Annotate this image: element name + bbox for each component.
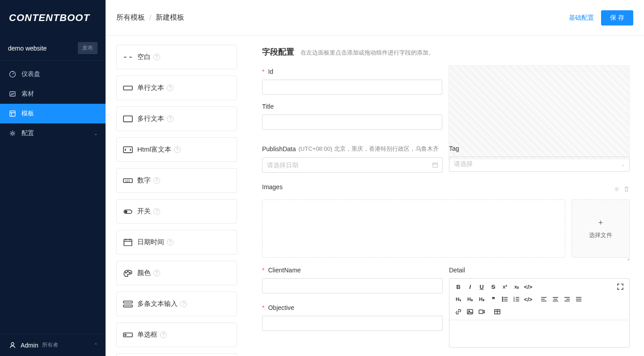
section-title: 字段配置: [262, 47, 294, 57]
comp-switch[interactable]: 开关 ?: [116, 199, 237, 224]
id-input[interactable]: [262, 80, 442, 95]
section-header: 字段配置 在左边面板里点击添加或拖动组件进行字段的添加。: [262, 47, 630, 57]
publishdata-input[interactable]: [262, 157, 443, 173]
basic-config-link[interactable]: 基础配置: [569, 14, 594, 22]
chevron-up-icon: ⌃: [94, 343, 97, 348]
nav-dashboard[interactable]: 仪表盘: [0, 64, 106, 84]
template-icon: [9, 110, 16, 117]
comp-label: 开关: [137, 207, 151, 216]
single-text-icon: [123, 84, 133, 92]
help-icon[interactable]: ?: [174, 146, 181, 153]
help-icon[interactable]: ?: [153, 208, 160, 215]
logo: CONTENTBOOT: [0, 0, 106, 36]
field-detail: Detail B I U S x² x₂ </>: [449, 267, 630, 348]
calendar-icon: [432, 162, 438, 168]
bold-button[interactable]: B: [453, 281, 464, 292]
comp-number[interactable]: 123 数字 ?: [116, 168, 237, 193]
nav-material[interactable]: 素材: [0, 84, 106, 104]
svg-point-3: [12, 132, 13, 134]
comp-radio[interactable]: 单选框 ?: [116, 322, 237, 347]
field-label-publishdata: PublishData (UTC+08:00) 北京，重庆，香港特别行政区，乌鲁…: [262, 145, 443, 153]
resize-handle-icon[interactable]: ⌟: [627, 255, 630, 261]
link-button[interactable]: [453, 306, 464, 317]
blank-icon: [123, 53, 133, 61]
h2-button[interactable]: H₂: [465, 294, 475, 305]
fullscreen-button[interactable]: [615, 281, 626, 292]
editor-body[interactable]: [449, 320, 629, 347]
comp-label: 单选框: [137, 331, 157, 339]
align-left-button[interactable]: [538, 294, 549, 305]
svg-point-15: [129, 272, 130, 273]
subscript-button[interactable]: x₂: [511, 281, 522, 292]
help-icon[interactable]: ?: [180, 301, 187, 307]
svg-text:3: 3: [513, 300, 515, 302]
dashboard-icon: [9, 71, 16, 78]
comp-multi-text[interactable]: 多行文本 ?: [116, 106, 237, 131]
comp-multi-input[interactable]: 多条文本输入 ?: [116, 292, 237, 316]
publish-button[interactable]: 发布: [78, 42, 97, 54]
breadcrumb-sep: /: [149, 14, 151, 22]
field-images: Images + 选择文件 ⌟: [262, 183, 630, 258]
help-icon[interactable]: ?: [153, 177, 160, 184]
comp-label: 多条文本输入: [137, 300, 178, 308]
table-button[interactable]: [492, 306, 503, 317]
comp-datetime[interactable]: 日期时间 ?: [116, 230, 237, 254]
nav: 仪表盘 素材 模板 配置 ⌄: [0, 61, 106, 334]
rich-editor: B I U S x² x₂ </> H₁: [449, 278, 630, 348]
help-icon[interactable]: ?: [167, 85, 174, 91]
comp-html-rich[interactable]: Html富文本 ?: [116, 137, 237, 162]
strike-button[interactable]: S: [488, 281, 499, 292]
tag-select[interactable]: 请选择 ⌄: [449, 157, 630, 172]
objective-input[interactable]: [262, 316, 443, 331]
header: 所有模板 / 新建模板 基础配置 保 存: [106, 0, 644, 36]
help-icon[interactable]: ?: [167, 115, 174, 122]
video-button[interactable]: [476, 306, 487, 317]
code-button[interactable]: </>: [523, 281, 534, 292]
chevron-down-icon: ⌄: [94, 131, 97, 136]
h3-button[interactable]: H₃: [476, 294, 487, 305]
switch-icon: [123, 208, 133, 216]
image-upload-button[interactable]: + 选择文件: [572, 199, 630, 258]
help-icon[interactable]: ?: [153, 54, 160, 60]
sidebar: CONTENTBOOT demo website 发布 仪表盘 素材: [0, 0, 106, 356]
comp-single-text[interactable]: 单行文本 ?: [116, 76, 237, 100]
help-icon[interactable]: ?: [153, 270, 160, 276]
comp-blank[interactable]: 空白 ?: [116, 45, 237, 69]
trash-icon[interactable]: [623, 186, 630, 192]
ol-button[interactable]: 123: [511, 294, 522, 305]
nav-template[interactable]: 模板: [0, 104, 106, 123]
align-center-button[interactable]: [550, 294, 561, 305]
clientname-input[interactable]: [262, 278, 443, 293]
ul-button[interactable]: [500, 294, 510, 305]
material-icon: [9, 90, 16, 97]
superscript-button[interactable]: x²: [500, 281, 510, 292]
field-label-images: Images: [262, 183, 283, 191]
nav-label: 仪表盘: [21, 70, 40, 78]
multi-text-icon: [123, 115, 133, 123]
field-label-detail: Detail: [449, 267, 630, 274]
breadcrumb-parent[interactable]: 所有模板: [116, 13, 145, 22]
align-justify-button[interactable]: [573, 294, 584, 305]
underline-button[interactable]: U: [476, 281, 487, 292]
align-right-button[interactable]: [562, 294, 572, 305]
gear-icon[interactable]: [614, 186, 620, 192]
user-menu[interactable]: Admin 所有者 ⌃: [0, 334, 106, 356]
nav-config[interactable]: 配置 ⌄: [0, 123, 106, 143]
title-input[interactable]: [262, 114, 442, 130]
comp-label: 数字: [137, 176, 151, 185]
comp-label: Html富文本: [137, 145, 171, 154]
field-publishdata: PublishData (UTC+08:00) 北京，重庆，香港特别行政区，乌鲁…: [262, 145, 443, 173]
image-button[interactable]: [465, 306, 475, 317]
select-placeholder: 请选择: [454, 160, 473, 168]
comp-checkbox[interactable]: 多选框 ?: [116, 353, 237, 356]
h1-button[interactable]: H₁: [453, 294, 464, 305]
image-dropzone[interactable]: [262, 199, 565, 258]
quote-button[interactable]: ❞: [488, 294, 499, 305]
save-button[interactable]: 保 存: [601, 10, 633, 25]
codeblock-button[interactable]: </>: [523, 294, 534, 305]
comp-color[interactable]: 颜色 ?: [116, 261, 237, 285]
italic-button[interactable]: I: [465, 281, 475, 292]
help-icon[interactable]: ?: [167, 239, 174, 246]
field-clientname: *ClientName *Objective: [262, 267, 443, 348]
help-icon[interactable]: ?: [160, 331, 167, 338]
